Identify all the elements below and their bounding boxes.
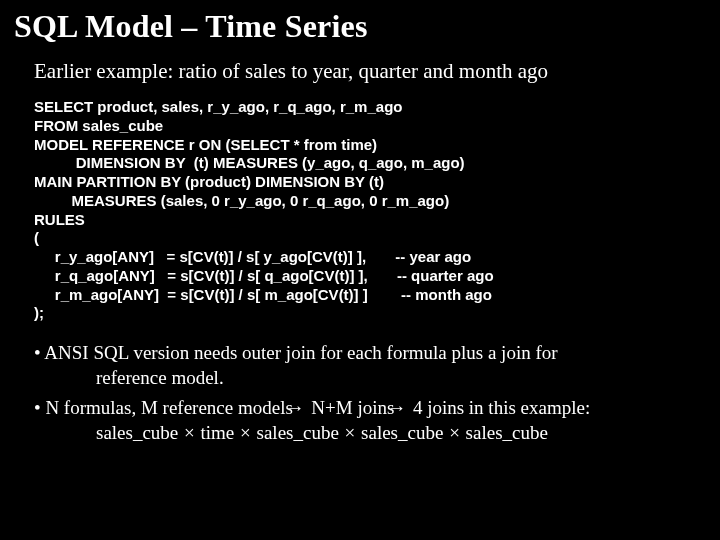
- times-icon: ×: [239, 422, 252, 443]
- bullet-list: • ANSI SQL version needs outer join for …: [34, 341, 708, 446]
- bullet-1-line2: reference model.: [48, 367, 224, 388]
- bullet-2: • N formulas, M reference models → N+M j…: [34, 396, 708, 445]
- b2-sub-a: sales_cube: [96, 422, 183, 443]
- bullet-2-pre: • N formulas, M reference models: [34, 397, 298, 418]
- slide-subtitle: Earlier example: ratio of sales to year,…: [34, 59, 708, 84]
- arrow-right-icon: →: [399, 396, 408, 421]
- times-icon: ×: [183, 422, 196, 443]
- slide-title: SQL Model – Time Series: [14, 8, 708, 45]
- b2-sub-c: sales_cube: [252, 422, 344, 443]
- bullet-2-mid: N+M joins: [307, 397, 400, 418]
- bullet-1: • ANSI SQL version needs outer join for …: [34, 341, 708, 390]
- b2-sub-e: sales_cube: [461, 422, 548, 443]
- sql-code-block: SELECT product, sales, r_y_ago, r_q_ago,…: [34, 98, 708, 323]
- arrow-right-icon: →: [298, 396, 307, 421]
- b2-sub-b: time: [196, 422, 239, 443]
- slide: SQL Model – Time Series Earlier example:…: [0, 0, 720, 540]
- times-icon: ×: [344, 422, 357, 443]
- times-icon: ×: [448, 422, 461, 443]
- b2-sub-d: sales_cube: [356, 422, 448, 443]
- bullet-1-line1: • ANSI SQL version needs outer join for …: [34, 342, 558, 363]
- bullet-2-sub: sales_cube × time × sales_cube × sales_c…: [48, 422, 548, 443]
- bullet-2-post: 4 joins in this example:: [408, 397, 590, 418]
